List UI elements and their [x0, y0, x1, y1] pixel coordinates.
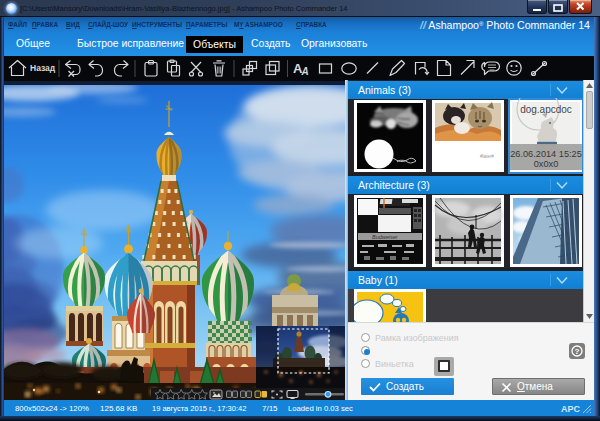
svg-text:26.06.2014 15:25: 26.06.2014 15:25 — [510, 149, 582, 159]
svg-text:?: ? — [575, 347, 580, 356]
svg-text:#later#: #later# — [480, 154, 494, 159]
svg-text:Budweiser: Budweiser — [372, 234, 399, 240]
svg-text:0x0x0: 0x0x0 — [534, 159, 559, 169]
svg-text:Назад: Назад — [30, 63, 56, 73]
svg-text:A: A — [301, 66, 309, 77]
